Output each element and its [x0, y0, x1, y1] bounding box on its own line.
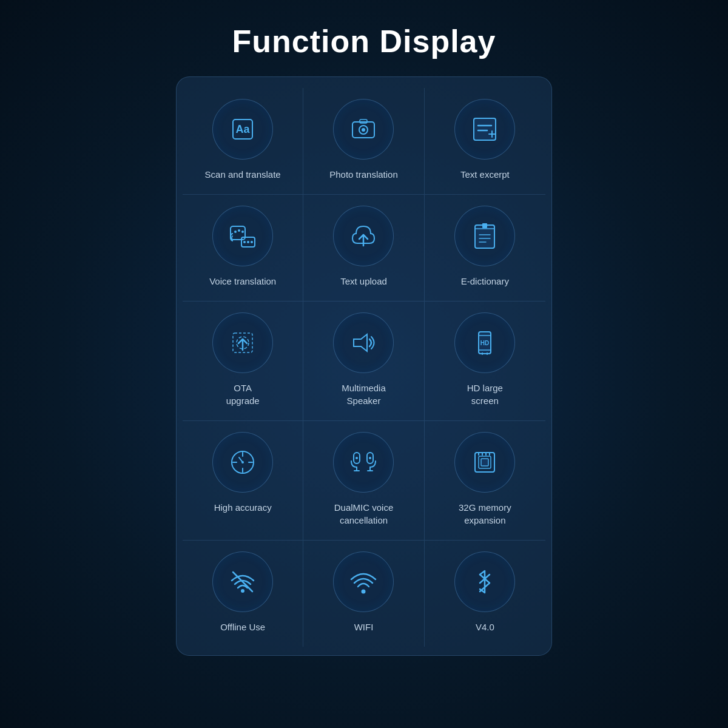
text-excerpt-icon-circle — [454, 99, 515, 160]
wifi-icon — [348, 566, 379, 598]
dual-mic-label: DualMIC voicecancellation — [334, 501, 394, 527]
feature-multimedia-speaker: MultimediaSpeaker — [303, 302, 424, 421]
function-display-panel: Aa Scan and translate Photo translation — [176, 76, 552, 656]
text-upload-label: Text upload — [340, 275, 387, 288]
high-accuracy-label: High accuracy — [214, 501, 272, 514]
wifi-icon-circle — [333, 551, 394, 612]
bluetooth-v4-label: V4.0 — [476, 621, 494, 633]
svg-marker-29 — [354, 334, 367, 351]
e-dictionary-icon-circle — [454, 206, 515, 266]
feature-dual-mic: DualMIC voicecancellation — [303, 421, 424, 541]
svg-rect-22 — [482, 223, 487, 228]
feature-wifi: WIFI — [303, 541, 424, 647]
scan-translate-icon: Aa — [227, 113, 258, 145]
photo-translation-label: Photo translation — [329, 168, 398, 181]
photo-translation-icon-circle — [333, 99, 394, 160]
memory-expansion-icon-circle — [454, 432, 515, 493]
text-upload-icon-circle — [333, 206, 394, 266]
svg-point-16 — [243, 241, 246, 243]
bluetooth-icon — [469, 566, 500, 598]
e-dictionary-icon — [469, 220, 500, 252]
svg-point-12 — [234, 231, 237, 233]
text-excerpt-icon — [469, 113, 500, 145]
svg-point-18 — [251, 241, 253, 243]
page-title: Function Display — [232, 23, 496, 59]
svg-line-42 — [239, 457, 243, 462]
feature-ota-upgrade: OTAupgrade — [183, 302, 303, 421]
multimedia-speaker-icon — [348, 327, 379, 359]
svg-point-49 — [356, 457, 358, 459]
voice-translation-label: Voice translation — [209, 275, 276, 288]
svg-rect-53 — [481, 459, 488, 466]
feature-offline-use: Offline Use — [183, 541, 303, 647]
svg-point-58 — [241, 589, 244, 593]
svg-text:HD: HD — [480, 340, 489, 346]
offline-use-label: Offline Use — [220, 621, 265, 633]
memory-expansion-icon — [469, 447, 500, 478]
feature-e-dictionary: E-dictionary — [425, 195, 545, 302]
feature-bluetooth: V4.0 — [425, 541, 545, 647]
svg-point-4 — [362, 128, 365, 132]
feature-text-upload: Text upload — [303, 195, 424, 302]
scan-translate-label: Scan and translate — [205, 168, 281, 181]
hd-screen-label: HD largescreen — [467, 382, 503, 407]
voice-translation-icon — [227, 220, 258, 252]
feature-scan-translate: Aa Scan and translate — [183, 88, 303, 195]
ota-upgrade-label: OTAupgrade — [226, 382, 260, 407]
e-dictionary-label: E-dictionary — [461, 275, 509, 288]
photo-translation-icon — [348, 113, 379, 145]
feature-photo-translation: Photo translation — [303, 88, 424, 195]
text-excerpt-label: Text excerpt — [460, 168, 510, 181]
svg-point-14 — [241, 231, 244, 233]
dual-mic-icon-circle — [333, 432, 394, 493]
feature-memory-expansion: 32G memoryexpansion — [425, 421, 545, 541]
feature-high-accuracy: High accuracy — [183, 421, 303, 541]
ota-upgrade-icon-circle — [212, 312, 273, 373]
svg-point-60 — [362, 590, 366, 594]
multimedia-speaker-label: MultimediaSpeaker — [342, 382, 386, 407]
svg-text:Aa: Aa — [236, 123, 251, 135]
high-accuracy-icon-circle — [212, 432, 273, 493]
bluetooth-icon-circle — [454, 551, 515, 612]
memory-expansion-label: 32G memoryexpansion — [459, 501, 511, 527]
hd-screen-icon: HD — [469, 327, 500, 359]
svg-point-17 — [247, 241, 249, 243]
feature-text-excerpt: Text excerpt — [425, 88, 545, 195]
ota-upgrade-icon — [227, 327, 258, 359]
text-upload-icon — [348, 220, 379, 252]
offline-use-icon-circle — [212, 551, 273, 612]
scan-translate-icon-circle: Aa — [212, 99, 273, 160]
dual-mic-icon — [348, 447, 379, 478]
wifi-label: WIFI — [354, 621, 374, 633]
svg-point-50 — [369, 457, 371, 459]
feature-voice-translation: Voice translation — [183, 195, 303, 302]
high-accuracy-icon — [227, 447, 258, 478]
hd-screen-icon-circle: HD — [454, 312, 515, 373]
multimedia-speaker-icon-circle — [333, 312, 394, 373]
offline-use-icon — [227, 566, 258, 598]
svg-point-13 — [238, 229, 240, 232]
feature-hd-screen: HD HD largescreen — [425, 302, 545, 421]
voice-translation-icon-circle — [212, 206, 273, 266]
